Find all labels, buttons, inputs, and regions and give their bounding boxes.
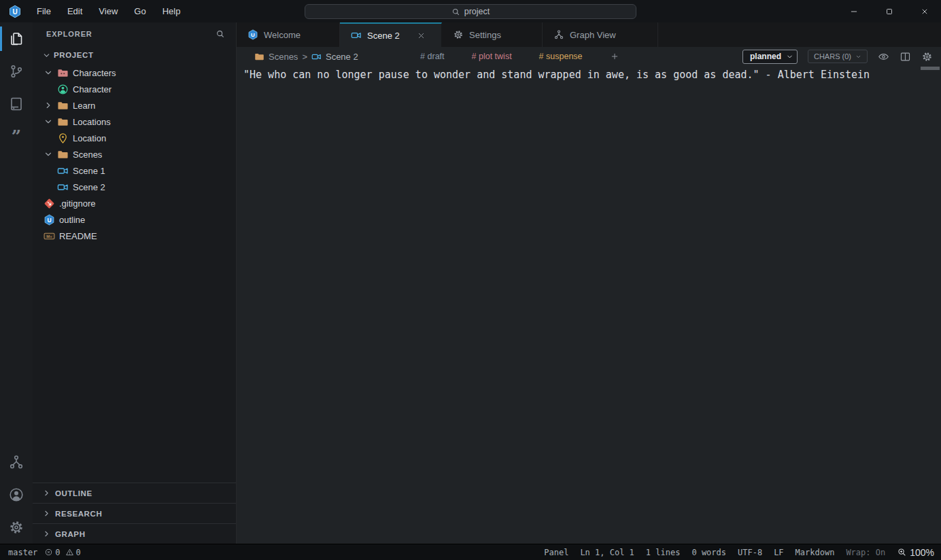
tree-item-scenes[interactable]: Scenes xyxy=(33,146,236,162)
language-mode-item[interactable]: Markdown xyxy=(795,548,835,557)
tab-scene-2[interactable]: Scene 2 xyxy=(340,22,442,47)
breadcrumb-separator: > xyxy=(302,52,307,62)
panel-outline[interactable]: OUTLINE xyxy=(33,483,236,503)
file-tree: Characters Character Learn Locations Loc… xyxy=(33,65,236,244)
split-editor-icon[interactable] xyxy=(900,51,911,63)
scene-camera-icon xyxy=(57,181,72,193)
menu-view[interactable]: View xyxy=(90,0,126,22)
tree-item-scene-2[interactable]: Scene 2 xyxy=(33,179,236,195)
tree-item-gitignore[interactable]: .gitignore xyxy=(33,195,236,211)
tab-welcome[interactable]: Welcome xyxy=(237,22,340,47)
activity-account-button[interactable] xyxy=(0,478,33,511)
project-title: PROJECT xyxy=(54,51,94,59)
chevron-down-icon xyxy=(855,54,861,60)
git-file-icon xyxy=(44,198,58,209)
tree-item-label: Characters xyxy=(72,68,116,78)
git-branch-item[interactable]: master xyxy=(8,548,37,557)
window-controls xyxy=(849,6,941,17)
graph-icon xyxy=(8,454,24,470)
command-palette-search[interactable]: project xyxy=(305,4,636,19)
tree-item-label: Scene 2 xyxy=(72,182,105,192)
scene-status-select[interactable]: planned xyxy=(742,50,798,64)
tree-item-label: Scene 1 xyxy=(72,166,105,176)
close-tab-icon[interactable] xyxy=(416,31,426,41)
tag-draft[interactable]: # draft xyxy=(420,52,444,61)
error-icon xyxy=(44,548,53,557)
wrap-item[interactable]: Wrap: On xyxy=(846,548,885,557)
tree-item-location[interactable]: Location xyxy=(33,130,236,146)
toolbar-right: planned CHARS (0) xyxy=(742,50,933,64)
menu-edit[interactable]: Edit xyxy=(59,0,90,22)
zoom-level-item[interactable]: 100% xyxy=(897,547,934,558)
tree-item-characters[interactable]: Characters xyxy=(33,65,236,81)
account-icon xyxy=(8,487,24,503)
tag-list: # draft # plot twist # suspense xyxy=(420,52,680,61)
breadcrumb-file[interactable]: Scene 2 xyxy=(326,52,358,62)
tab-label: Settings xyxy=(469,30,501,40)
maximize-icon xyxy=(885,7,894,16)
tree-item-character[interactable]: Character xyxy=(33,81,236,97)
menu-file[interactable]: File xyxy=(29,0,59,22)
tab-graph-view[interactable]: Graph View xyxy=(543,22,658,47)
editor-text-line[interactable]: "He who can no longer pause to wonder an… xyxy=(243,69,934,81)
chevron-right-icon xyxy=(42,509,51,518)
characters-folder-icon xyxy=(57,67,72,79)
editor-settings-gear-icon[interactable] xyxy=(921,51,933,63)
editor-pane[interactable]: "He who can no longer pause to wonder an… xyxy=(237,66,941,544)
activity-notebook-button[interactable] xyxy=(0,88,33,120)
markdown-file-icon xyxy=(44,230,58,242)
menu-help[interactable]: Help xyxy=(154,0,189,22)
tree-item-outline[interactable]: outline xyxy=(33,211,236,228)
scene-camera-icon xyxy=(57,165,72,177)
breadcrumb[interactable]: Scenes > Scene 2 xyxy=(254,52,358,62)
chars-count-button[interactable]: CHARS (0) xyxy=(808,50,868,63)
activity-settings-button[interactable] xyxy=(0,511,33,544)
tag-suspense[interactable]: # suspense xyxy=(539,52,583,61)
panel-graph[interactable]: GRAPH xyxy=(33,523,236,544)
tree-item-label: Location xyxy=(72,133,106,143)
project-section-header[interactable]: PROJECT xyxy=(33,46,236,65)
eol-item[interactable]: LF xyxy=(774,548,783,557)
tag-plot-twist[interactable]: # plot twist xyxy=(472,52,512,61)
chevron-right-icon xyxy=(42,489,51,497)
tree-item-learn[interactable]: Learn xyxy=(33,97,236,113)
close-button[interactable] xyxy=(919,6,930,17)
scene-camera-icon xyxy=(351,30,362,41)
folder-icon xyxy=(57,116,72,128)
folder-icon xyxy=(57,149,72,160)
add-tag-icon[interactable] xyxy=(610,52,619,61)
tab-settings[interactable]: Settings xyxy=(442,22,543,47)
chevron-down-icon xyxy=(44,149,57,160)
tab-label: Graph View xyxy=(570,30,616,40)
maximize-button[interactable] xyxy=(884,6,895,17)
source-control-icon xyxy=(8,63,24,80)
app-logo-icon xyxy=(247,29,258,40)
activity-source-control-button[interactable] xyxy=(0,55,33,88)
cursor-position-item[interactable]: Ln 1, Col 1 xyxy=(580,548,634,557)
activity-quotes-button[interactable]: ” xyxy=(0,120,33,153)
sidebar-explorer: EXPLORER PROJECT Characters Character Le… xyxy=(33,22,237,544)
activity-explorer-button[interactable] xyxy=(0,22,33,55)
gear-icon xyxy=(8,519,24,536)
problems-item[interactable]: 0 0 xyxy=(44,548,80,557)
panel-research[interactable]: RESEARCH xyxy=(33,503,236,523)
line-count-item: 1 lines xyxy=(646,548,681,557)
tree-item-label: Scenes xyxy=(72,150,102,160)
encoding-item[interactable]: UTF-8 xyxy=(738,548,762,557)
scrollbar-thumb[interactable] xyxy=(921,67,940,70)
tree-item-label: README xyxy=(58,231,97,241)
explorer-search-icon[interactable] xyxy=(216,29,225,39)
breadcrumb-folder[interactable]: Scenes xyxy=(269,52,298,62)
notebook-icon xyxy=(8,96,24,112)
menu-go[interactable]: Go xyxy=(126,0,154,22)
tree-item-readme[interactable]: README xyxy=(33,228,236,244)
status-left: master 0 0 xyxy=(8,548,81,557)
activity-graph-button[interactable] xyxy=(0,446,33,478)
app-logo-icon xyxy=(44,214,58,226)
panel-toggle-item[interactable]: Panel xyxy=(544,548,568,557)
tree-item-locations[interactable]: Locations xyxy=(33,113,236,130)
preview-eye-icon[interactable] xyxy=(878,51,889,63)
status-right: Panel Ln 1, Col 1 1 lines 0 words UTF-8 … xyxy=(544,547,934,558)
tree-item-scene-1[interactable]: Scene 1 xyxy=(33,162,236,179)
minimize-button[interactable] xyxy=(849,6,859,17)
